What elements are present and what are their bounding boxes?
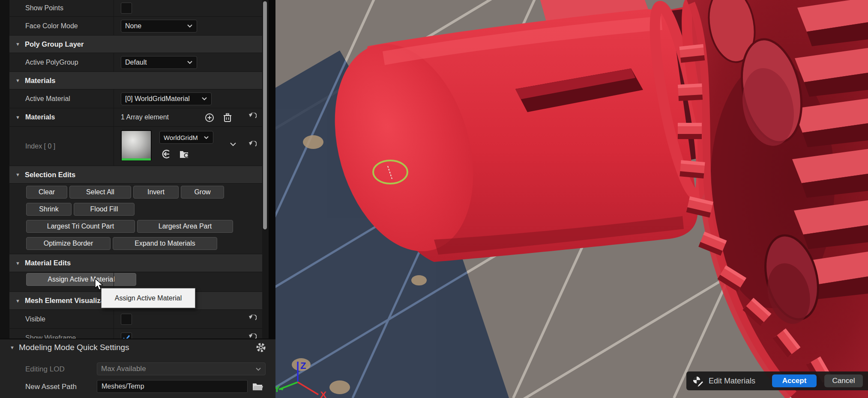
browse-asset-icon[interactable] xyxy=(179,149,190,159)
row-active-material: Active Material [0] WorldGridMaterial xyxy=(0,89,269,108)
undo-icon[interactable] xyxy=(248,333,257,339)
active-polygroup-dropdown[interactable]: Default xyxy=(121,56,197,69)
expand-chevron-icon[interactable] xyxy=(230,142,236,147)
chevron-down-icon xyxy=(255,367,261,371)
face-color-mode-label: Face Color Mode xyxy=(25,22,78,30)
collapse-triangle-icon: ▼ xyxy=(15,298,20,303)
undo-icon[interactable] xyxy=(248,141,257,150)
cancel-button[interactable]: Cancel xyxy=(824,374,863,387)
visible-checkbox[interactable] xyxy=(121,314,132,325)
editing-lod-label: Editing LOD xyxy=(25,365,65,374)
scrollbar-thumb[interactable] xyxy=(263,1,267,229)
index-label: Index [ 0 ] xyxy=(25,143,55,150)
folder-icon[interactable] xyxy=(252,381,263,392)
show-points-checkbox[interactable] xyxy=(121,3,132,14)
edit-materials-label: Edit Materials xyxy=(709,377,755,386)
row-materials-array: ▼ Materials 1 Array element xyxy=(0,108,269,127)
axis-y-label: Y xyxy=(275,383,280,394)
tooltip: Assign Active Material xyxy=(101,288,195,308)
largest-tri-count-part-button[interactable]: Largest Tri Count Part xyxy=(26,220,135,233)
row-face-color-mode: Face Color Mode None xyxy=(0,17,269,36)
editing-lod-dropdown[interactable]: Max Available xyxy=(97,362,266,375)
expand-to-materials-button[interactable]: Expand to Materials xyxy=(113,237,217,250)
array-count: 1 Array element xyxy=(121,113,169,121)
shrink-button[interactable]: Shrink xyxy=(26,203,72,216)
scrollbar-track[interactable] xyxy=(262,0,269,339)
panel-left-gutter xyxy=(0,0,9,339)
accept-button[interactable]: Accept xyxy=(772,374,817,387)
header-poly-group-layer[interactable]: ▼ Poly Group Layer xyxy=(0,36,269,53)
axis-x-label: X xyxy=(320,389,326,398)
collapse-triangle-icon: ▼ xyxy=(10,345,15,350)
flood-fill-button[interactable]: Flood Fill xyxy=(74,203,135,216)
use-selected-asset-icon[interactable] xyxy=(161,149,171,159)
collapse-triangle-icon: ▼ xyxy=(15,172,20,177)
plus-circle-icon[interactable] xyxy=(205,113,214,122)
selection-edits-buttons: Clear Select All Invert Grow Shrink Floo… xyxy=(0,184,269,254)
gear-icon[interactable] xyxy=(256,342,266,353)
collapse-triangle-icon: ▼ xyxy=(15,261,20,266)
row-visible: Visible xyxy=(0,310,269,329)
clear-button[interactable]: Clear xyxy=(26,186,67,199)
show-wireframe-checkbox[interactable] xyxy=(121,333,132,339)
material-asset-dropdown[interactable]: WorldGridM xyxy=(159,131,213,144)
chevron-down-icon xyxy=(187,60,193,64)
row-show-wireframe: Show Wireframe xyxy=(0,329,269,339)
trash-icon[interactable] xyxy=(223,113,232,122)
undo-icon[interactable] xyxy=(248,113,257,122)
row-material-index-0: Index [ 0 ] WorldGridM xyxy=(0,127,269,166)
collapse-triangle-icon: ▼ xyxy=(15,42,20,47)
edit-materials-icon xyxy=(691,375,703,387)
active-material-dropdown[interactable]: [0] WorldGridMaterial xyxy=(121,92,212,105)
face-color-mode-dropdown[interactable]: None xyxy=(121,20,197,33)
grow-button[interactable]: Grow xyxy=(181,186,224,199)
header-materials[interactable]: ▼ Materials xyxy=(0,72,269,89)
show-points-label: Show Points xyxy=(25,4,63,12)
active-polygroup-label: Active PolyGroup xyxy=(25,59,78,66)
assign-active-material-button[interactable]: Assign Active Material xyxy=(26,273,136,286)
row-show-points: Show Points xyxy=(0,0,269,17)
optimize-border-button[interactable]: Optimize Border xyxy=(26,237,111,250)
quick-settings-header[interactable]: ▼ Modeling Mode Quick Settings xyxy=(0,339,275,356)
viewport-scene: Z Y X xyxy=(275,0,868,398)
viewport-3d[interactable]: Z Y X xyxy=(275,0,868,398)
chevron-down-icon xyxy=(201,97,207,101)
materials-array-label: Materials xyxy=(25,113,55,121)
header-selection-edits[interactable]: ▼ Selection Edits xyxy=(0,166,269,184)
undo-icon[interactable] xyxy=(248,315,257,324)
chevron-down-icon xyxy=(204,136,209,140)
modeling-quick-settings-panel: ▼ Modeling Mode Quick Settings Editing L… xyxy=(0,339,275,398)
cursor-icon xyxy=(95,278,105,291)
axis-z-label: Z xyxy=(300,360,306,371)
active-material-label: Active Material xyxy=(25,95,70,103)
chevron-down-icon xyxy=(187,24,193,28)
collapse-triangle-icon: ▼ xyxy=(15,78,20,83)
invert-button[interactable]: Invert xyxy=(133,186,179,199)
visible-label: Visible xyxy=(25,315,45,323)
new-asset-path-input[interactable]: Meshes/Temp xyxy=(97,380,248,393)
material-thumbnail[interactable] xyxy=(121,130,152,161)
row-active-polygroup: Active PolyGroup Default xyxy=(0,53,269,72)
header-material-edits[interactable]: ▼ Material Edits xyxy=(0,254,269,272)
select-all-button[interactable]: Select All xyxy=(69,186,131,199)
collapse-triangle-icon[interactable]: ▼ xyxy=(15,115,20,120)
show-wireframe-label: Show Wireframe xyxy=(25,334,76,339)
largest-area-part-button[interactable]: Largest Area Part xyxy=(137,220,233,233)
new-asset-path-label: New Asset Path xyxy=(25,383,77,391)
edit-materials-toolbar: Edit Materials Accept Cancel xyxy=(686,371,868,390)
